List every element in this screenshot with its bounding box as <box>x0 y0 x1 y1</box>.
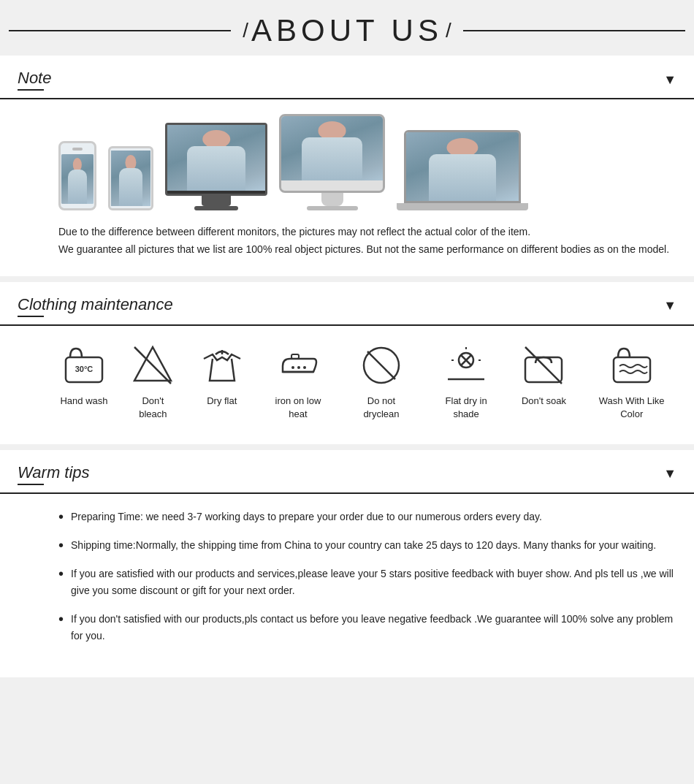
nodryclean-icon <box>359 343 403 387</box>
device-imac-stand <box>321 193 343 206</box>
nosoak-label: Don't soak <box>522 395 566 408</box>
phone-person-img <box>61 154 94 204</box>
note-title: Note <box>18 69 51 88</box>
care-symbols: 30°C Hand wash Don't bleach <box>58 343 676 421</box>
tip-item-1: Shipping time:Normally, the shipping tim… <box>58 537 676 554</box>
device-phone-wrapper <box>58 141 96 210</box>
monitor-person-img <box>167 125 265 191</box>
flatdryshade-label: Flat dry in shade <box>432 395 501 421</box>
nodryclean-label: Do not dryclean <box>348 395 414 421</box>
device-laptop <box>404 130 521 203</box>
page-title: ABOUT US <box>251 13 443 48</box>
maintenance-arrow: ▼ <box>663 298 676 313</box>
device-phone <box>58 141 96 210</box>
device-laptop-screen <box>406 132 519 201</box>
warm-tips-title: Warm tips <box>18 463 90 482</box>
svg-point-7 <box>291 366 294 369</box>
device-imac-wrapper <box>279 114 385 210</box>
maintenance-body: 30°C Hand wash Don't bleach <box>0 326 694 444</box>
device-tablet <box>108 146 153 210</box>
header-line-left <box>9 30 231 31</box>
flatdryshade-icon <box>444 343 488 387</box>
device-imac-screen <box>281 116 383 183</box>
note-text: Due to the difference between different … <box>58 224 676 259</box>
tip-item-2: If you are satisfied with our products a… <box>58 566 676 599</box>
warm-tips-section-header[interactable]: Warm tips ▼ <box>0 450 694 494</box>
device-imac <box>279 114 385 193</box>
warm-tips-title-block: Warm tips <box>18 463 90 485</box>
iron-icon <box>276 343 320 387</box>
device-tablet-wrapper <box>108 146 153 210</box>
device-laptop-wrapper <box>397 130 528 210</box>
note-title-underline <box>18 89 44 91</box>
device-imac-chin <box>281 180 383 191</box>
warm-tips-section: Warm tips ▼ Preparing Time: we need 3-7 … <box>0 450 694 677</box>
note-text-1: Due to the difference between different … <box>58 226 530 237</box>
warm-tips-title-underline <box>18 484 44 485</box>
device-images <box>58 114 676 210</box>
nobleach-icon <box>131 343 175 387</box>
svg-line-3 <box>134 347 171 384</box>
header-slash-right: / <box>446 19 451 42</box>
laptop-person-img <box>406 132 519 201</box>
likecolor-icon <box>610 343 654 387</box>
handwash-label: Hand wash <box>60 395 107 408</box>
device-monitor-wrapper <box>165 123 267 210</box>
nosoak-icon <box>522 343 565 387</box>
svg-line-20 <box>525 347 562 384</box>
note-body: Due to the difference between different … <box>0 99 694 276</box>
device-monitor <box>165 123 267 196</box>
maintenance-title-underline <box>18 316 44 317</box>
handwash-icon: 30°C <box>62 343 106 387</box>
care-nosoak: Don't soak <box>518 343 569 408</box>
svg-rect-6 <box>291 354 299 359</box>
care-flatdryshade: Flat dry in shade <box>432 343 501 421</box>
care-handwash: 30°C Hand wash <box>58 343 110 408</box>
tip-item-0: Preparing Time: we need 3-7 working days… <box>58 509 676 525</box>
care-nodryclean: Do not dryclean <box>348 343 414 421</box>
page-header: / ABOUT US / <box>0 0 694 56</box>
note-section-header[interactable]: Note ▼ <box>0 56 694 99</box>
tip-item-3: If you don't satisfied with our products… <box>58 611 676 644</box>
dryflat-icon <box>200 343 244 387</box>
note-section: Note ▼ <box>0 56 694 276</box>
note-title-block: Note <box>18 69 51 91</box>
maintenance-section: Clothing maintenance ▼ 30°C Hand wash <box>0 282 694 444</box>
svg-rect-21 <box>614 357 650 382</box>
header-line-right <box>463 30 685 31</box>
svg-line-11 <box>367 351 395 379</box>
likecolor-label: Wash With Like Color <box>587 395 676 421</box>
device-monitor-screen <box>167 125 265 191</box>
device-phone-inner <box>61 154 94 204</box>
device-imac-base <box>307 206 358 210</box>
device-monitor-stand <box>202 196 231 206</box>
care-nobleach: Don't bleach <box>127 343 179 421</box>
care-dryflat: Dry flat <box>197 343 248 408</box>
header-slash-left: / <box>243 19 248 42</box>
tips-list: Preparing Time: we need 3-7 working days… <box>58 509 676 645</box>
iron-label: iron on low heat <box>265 395 331 421</box>
svg-point-9 <box>303 366 306 369</box>
maintenance-section-header[interactable]: Clothing maintenance ▼ <box>0 282 694 326</box>
note-text-2: We guarantee all pictures that we list a… <box>58 243 669 255</box>
dryflat-label: Dry flat <box>207 395 237 408</box>
note-arrow: ▼ <box>663 72 676 88</box>
device-monitor-base <box>194 206 238 210</box>
svg-point-8 <box>297 366 300 369</box>
maintenance-title: Clothing maintenance <box>18 295 173 314</box>
maintenance-title-block: Clothing maintenance <box>18 295 173 317</box>
care-iron: iron on low heat <box>265 343 331 421</box>
warm-tips-arrow: ▼ <box>663 466 676 482</box>
care-likecolor: Wash With Like Color <box>587 343 676 421</box>
nobleach-label: Don't bleach <box>127 395 179 421</box>
imac-person-img <box>281 116 383 183</box>
tablet-person-img <box>111 151 150 206</box>
device-tablet-inner <box>111 151 150 206</box>
warm-tips-body: Preparing Time: we need 3-7 working days… <box>0 494 694 677</box>
svg-text:30°C: 30°C <box>75 365 94 373</box>
device-laptop-bottom <box>397 203 528 210</box>
